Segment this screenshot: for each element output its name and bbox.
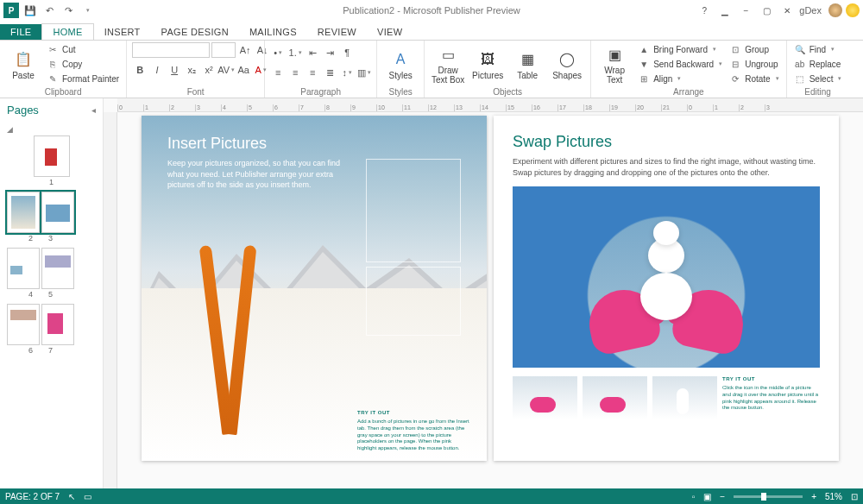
redo-button[interactable]: ↷ bbox=[60, 3, 76, 18]
tab-review[interactable]: REVIEW bbox=[307, 24, 367, 40]
bold-button[interactable]: B bbox=[132, 62, 148, 78]
ungroup-label: Ungroup bbox=[745, 60, 778, 69]
pictures-label: Pictures bbox=[472, 71, 503, 80]
line-spacing-button[interactable]: ↕ bbox=[339, 65, 355, 80]
tab-page-design[interactable]: PAGE DESIGN bbox=[151, 24, 239, 40]
thumb-3[interactable] bbox=[652, 376, 717, 419]
maximize-button[interactable]: ▢ bbox=[758, 3, 775, 17]
replace-button[interactable]: abReplace bbox=[792, 57, 844, 71]
view-single-icon[interactable]: ▫ bbox=[692, 492, 696, 501]
char-spacing-button[interactable]: AV bbox=[218, 62, 234, 78]
align-button[interactable]: ⊞Align bbox=[636, 72, 724, 85]
ribbon-tabs: FILE HOME INSERT PAGE DESIGN MAILINGS RE… bbox=[0, 21, 863, 40]
align-right-button[interactable]: ≡ bbox=[305, 65, 320, 80]
pointer-mode-icon[interactable]: ↖ bbox=[68, 492, 75, 501]
object-position-icon[interactable]: ▭ bbox=[84, 492, 91, 501]
cut-button[interactable]: ✂Cut bbox=[45, 42, 121, 56]
zoom-slider[interactable] bbox=[734, 495, 803, 498]
page-thumb-4-5[interactable]: 45 bbox=[7, 248, 74, 299]
grow-font-button[interactable]: A↑ bbox=[237, 42, 253, 58]
minimize-button[interactable]: − bbox=[737, 3, 754, 17]
undo-button[interactable]: ↶ bbox=[41, 3, 57, 18]
thumb-1[interactable] bbox=[513, 376, 577, 419]
rotate-button[interactable]: ⟳Rotate bbox=[728, 72, 780, 85]
zoom-out-button[interactable]: − bbox=[720, 492, 725, 501]
rotate-label: Rotate bbox=[745, 74, 770, 84]
format-painter-button[interactable]: ✎Format Painter bbox=[45, 72, 121, 85]
view-spread-icon[interactable]: ▣ bbox=[703, 492, 711, 501]
align-left-button[interactable]: ≡ bbox=[270, 65, 286, 80]
superscript-button[interactable]: x² bbox=[201, 62, 217, 78]
paste-button[interactable]: 📋Paste bbox=[5, 42, 41, 87]
user-name[interactable]: gDex bbox=[799, 5, 822, 16]
forward-label: Bring Forward bbox=[653, 45, 708, 54]
pictures-button[interactable]: 🖼Pictures bbox=[469, 42, 506, 87]
font-name-input[interactable] bbox=[132, 42, 210, 58]
paste-icon: 📋 bbox=[14, 50, 33, 69]
tab-view[interactable]: VIEW bbox=[367, 24, 413, 40]
group-styles-label: Styles bbox=[382, 87, 419, 98]
pages-panel-collapse[interactable]: ◂ bbox=[91, 105, 96, 115]
align-icon: ⊞ bbox=[638, 74, 650, 84]
save-button[interactable]: 💾 bbox=[22, 3, 38, 18]
shapes-button[interactable]: ◯Shapes bbox=[549, 42, 585, 87]
backward-icon: ▼ bbox=[638, 60, 650, 69]
pages-view: Insert Pictures Keep your pictures organ… bbox=[124, 116, 856, 482]
group-editing-label: Editing bbox=[792, 87, 844, 98]
snowman-photo[interactable] bbox=[513, 186, 820, 368]
table-button[interactable]: ▦Table bbox=[509, 42, 545, 87]
font-size-input[interactable] bbox=[211, 42, 236, 58]
fit-page-button[interactable]: ⊡ bbox=[851, 492, 858, 501]
page-thumb-6-7[interactable]: 67 bbox=[7, 304, 74, 355]
send-backward-button[interactable]: ▼Send Backward bbox=[636, 57, 724, 71]
tab-insert[interactable]: INSERT bbox=[94, 24, 151, 40]
tab-home[interactable]: HOME bbox=[41, 23, 93, 40]
qat-customize[interactable] bbox=[79, 3, 95, 18]
tab-file[interactable]: FILE bbox=[0, 24, 41, 40]
clear-format-button[interactable]: Aa bbox=[236, 62, 251, 78]
tab-mailings[interactable]: MAILINGS bbox=[239, 24, 307, 40]
zoom-level[interactable]: 51% bbox=[825, 492, 842, 501]
increase-indent-button[interactable]: ⇥ bbox=[322, 45, 337, 60]
thumb-2[interactable] bbox=[583, 376, 647, 419]
help-button[interactable]: ? bbox=[696, 3, 713, 17]
page-thumb-1[interactable]: 1 bbox=[7, 135, 96, 186]
ungroup-button[interactable]: ⊟Ungroup bbox=[728, 57, 780, 71]
decrease-indent-button[interactable]: ⇤ bbox=[305, 45, 320, 60]
page-right[interactable]: Swap Pictures Experiment with different … bbox=[494, 116, 839, 461]
page-left[interactable]: Insert Pictures Keep your pictures organ… bbox=[142, 116, 487, 461]
align-label: Align bbox=[653, 74, 672, 84]
pages-expand-toggle[interactable]: ◢ bbox=[7, 125, 13, 134]
cut-icon: ✂ bbox=[47, 45, 59, 54]
wrap-text-button[interactable]: ▣Wrap Text bbox=[596, 42, 633, 87]
select-button[interactable]: ⬚Select bbox=[792, 72, 844, 85]
find-button[interactable]: 🔍Find bbox=[792, 42, 844, 56]
justify-button[interactable]: ≣ bbox=[322, 65, 337, 80]
left-tryout: TRY IT OUT Add a bunch of pictures in on… bbox=[357, 410, 469, 452]
bring-forward-button[interactable]: ▲Bring Forward bbox=[636, 42, 724, 56]
copy-button[interactable]: ⎘Copy bbox=[45, 57, 121, 71]
underline-button[interactable]: U bbox=[167, 62, 182, 78]
draw-textbox-button[interactable]: ▭Draw Text Box bbox=[430, 42, 466, 87]
group-button[interactable]: ⊡Group bbox=[728, 42, 780, 56]
ribbon-collapse-button[interactable]: ▁ bbox=[716, 3, 734, 17]
placeholder-box-2[interactable] bbox=[366, 267, 461, 336]
canvas-area[interactable]: 01234567891011121314151617181920210123 I… bbox=[104, 98, 863, 488]
align-center-button[interactable]: ≡ bbox=[287, 65, 303, 80]
user-avatar-1[interactable] bbox=[828, 3, 842, 17]
app-icon[interactable]: P bbox=[3, 3, 19, 18]
styles-button[interactable]: AStyles bbox=[382, 42, 419, 87]
user-avatar-2[interactable] bbox=[846, 3, 860, 17]
numbering-button[interactable]: 1. bbox=[287, 45, 303, 60]
zoom-in-button[interactable]: + bbox=[811, 492, 816, 501]
pilcrow-button[interactable]: ¶ bbox=[339, 45, 355, 60]
columns-button[interactable]: ▥ bbox=[356, 65, 372, 80]
close-button[interactable]: ✕ bbox=[778, 3, 796, 17]
subscript-button[interactable]: x₂ bbox=[184, 62, 199, 78]
placeholder-box-1[interactable] bbox=[366, 159, 461, 262]
mini-snowman bbox=[640, 226, 692, 320]
italic-button[interactable]: I bbox=[149, 62, 165, 78]
page-indicator[interactable]: PAGE: 2 OF 7 bbox=[5, 492, 60, 501]
page-thumb-2-3[interactable]: 23 bbox=[7, 192, 74, 243]
bullets-button[interactable]: • bbox=[270, 45, 286, 60]
